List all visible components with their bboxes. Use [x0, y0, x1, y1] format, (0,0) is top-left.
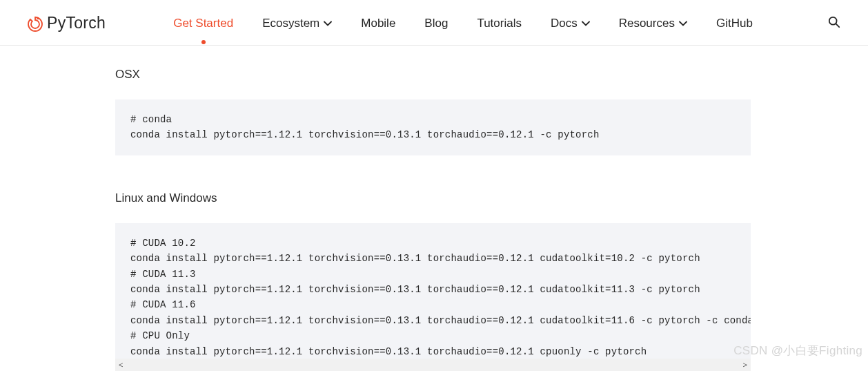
- nav-get-started[interactable]: Get Started: [173, 17, 233, 30]
- nav-blog[interactable]: Blog: [424, 17, 448, 30]
- nav-label: Resources: [619, 17, 675, 30]
- main-content: OSX # conda conda install pytorch==1.12.…: [0, 46, 868, 371]
- search-button[interactable]: [828, 16, 840, 31]
- section-title-linux-windows: Linux and Windows: [115, 191, 751, 205]
- nav-label: GitHub: [716, 17, 753, 30]
- nav-label: Get Started: [173, 17, 233, 30]
- svg-point-1: [829, 17, 837, 24]
- nav-tutorials[interactable]: Tutorials: [477, 17, 522, 30]
- scroll-left-icon[interactable]: <: [117, 361, 125, 369]
- scroll-right-icon[interactable]: >: [741, 361, 749, 369]
- logo-text: PyTorch: [47, 14, 106, 32]
- nav-label: Mobile: [361, 17, 395, 30]
- nav-label: Tutorials: [477, 17, 522, 30]
- svg-line-2: [836, 23, 840, 27]
- nav-docs[interactable]: Docs: [551, 17, 590, 30]
- nav-resources[interactable]: Resources: [619, 17, 687, 30]
- nav-label: Blog: [424, 17, 448, 30]
- nav-label: Docs: [551, 17, 578, 30]
- pytorch-logo-icon: [28, 15, 43, 32]
- section-title-osx: OSX: [115, 68, 751, 82]
- chevron-down-icon: [582, 21, 590, 26]
- code-block-osx[interactable]: # conda conda install pytorch==1.12.1 to…: [115, 99, 751, 155]
- chevron-down-icon: [679, 21, 687, 26]
- watermark: CSDN @小白要Fighting: [733, 343, 862, 359]
- svg-point-0: [37, 17, 39, 19]
- search-icon: [828, 16, 840, 28]
- nav-label: Ecosystem: [262, 17, 319, 30]
- active-indicator: [201, 40, 206, 44]
- nav-mobile[interactable]: Mobile: [361, 17, 395, 30]
- horizontal-scrollbar[interactable]: < >: [115, 359, 751, 371]
- nav-ecosystem[interactable]: Ecosystem: [262, 17, 332, 30]
- main-nav: Get Started Ecosystem Mobile Blog Tutori…: [173, 17, 814, 30]
- logo[interactable]: PyTorch: [28, 14, 106, 32]
- code-block-linux-windows[interactable]: # CUDA 10.2 conda install pytorch==1.12.…: [115, 223, 751, 371]
- nav-github[interactable]: GitHub: [716, 17, 753, 30]
- site-header: PyTorch Get Started Ecosystem Mobile Blo…: [0, 0, 868, 46]
- chevron-down-icon: [324, 21, 332, 26]
